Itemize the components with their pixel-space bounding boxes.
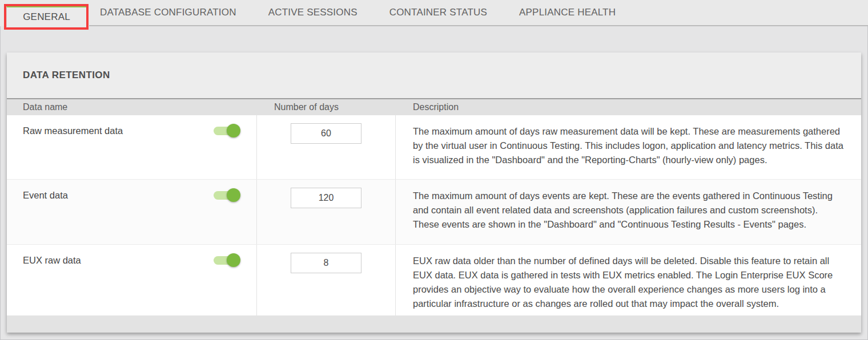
column-header-number-of-days: Number of days bbox=[257, 102, 396, 112]
table-header-row: Data name Number of days Description bbox=[7, 98, 861, 115]
row-description: EUX raw data older than the number of de… bbox=[396, 245, 861, 315]
number-of-days-cell bbox=[257, 115, 396, 179]
data-name-cell: Raw measurement data bbox=[7, 115, 257, 179]
toggle-thumb-icon bbox=[227, 188, 240, 202]
raw-measurement-days-input[interactable] bbox=[291, 123, 361, 144]
eux-raw-data-toggle[interactable] bbox=[214, 253, 240, 268]
data-name-cell: EUX raw data bbox=[7, 245, 257, 315]
row-name-label: Raw measurement data bbox=[23, 123, 123, 136]
data-retention-panel: DATA RETENTION Data name Number of days … bbox=[7, 52, 861, 333]
tab-general[interactable]: GENERAL bbox=[6, 5, 87, 27]
row-description: The maximum amount of days raw measureme… bbox=[396, 115, 861, 179]
panel-footer bbox=[7, 315, 861, 333]
row-name-label: EUX raw data bbox=[23, 253, 81, 266]
tab-appliance-health[interactable]: APPLIANCE HEALTH bbox=[519, 7, 616, 18]
table-row-eux-raw-data: EUX raw data EUX raw data older than the… bbox=[7, 245, 861, 315]
panel-title: DATA RETENTION bbox=[7, 52, 861, 98]
toggle-thumb-icon bbox=[227, 253, 240, 267]
row-description: The maximum amount of days events are ke… bbox=[396, 180, 861, 244]
row-name-label: Event data bbox=[23, 188, 68, 201]
tab-bar: GENERAL DATABASE CONFIGURATION ACTIVE SE… bbox=[0, 0, 868, 26]
raw-measurement-data-toggle[interactable] bbox=[214, 123, 240, 138]
settings-screen: GENERAL DATABASE CONFIGURATION ACTIVE SE… bbox=[0, 0, 868, 340]
number-of-days-cell bbox=[257, 245, 396, 315]
tab-active-sessions[interactable]: ACTIVE SESSIONS bbox=[268, 7, 357, 18]
event-data-days-input[interactable] bbox=[291, 188, 361, 208]
table-row-raw-measurement-data: Raw measurement data The maximum amount … bbox=[7, 115, 861, 180]
column-header-description: Description bbox=[396, 102, 861, 112]
toggle-thumb-icon bbox=[227, 124, 240, 137]
event-data-toggle[interactable] bbox=[214, 188, 240, 203]
tab-database-configuration[interactable]: DATABASE CONFIGURATION bbox=[100, 7, 236, 18]
tab-bar-divider bbox=[89, 25, 868, 26]
table-row-event-data: Event data The maximum amount of days ev… bbox=[7, 180, 861, 245]
tab-list: DATABASE CONFIGURATION ACTIVE SESSIONS C… bbox=[100, 0, 616, 25]
tab-general-label: GENERAL bbox=[23, 11, 70, 23]
tab-container-status[interactable]: CONTAINER STATUS bbox=[389, 7, 487, 18]
eux-raw-data-days-input[interactable] bbox=[291, 253, 361, 273]
column-header-data-name: Data name bbox=[7, 102, 257, 112]
data-name-cell: Event data bbox=[7, 180, 257, 244]
table-body: Raw measurement data The maximum amount … bbox=[7, 115, 861, 315]
number-of-days-cell bbox=[257, 180, 396, 244]
